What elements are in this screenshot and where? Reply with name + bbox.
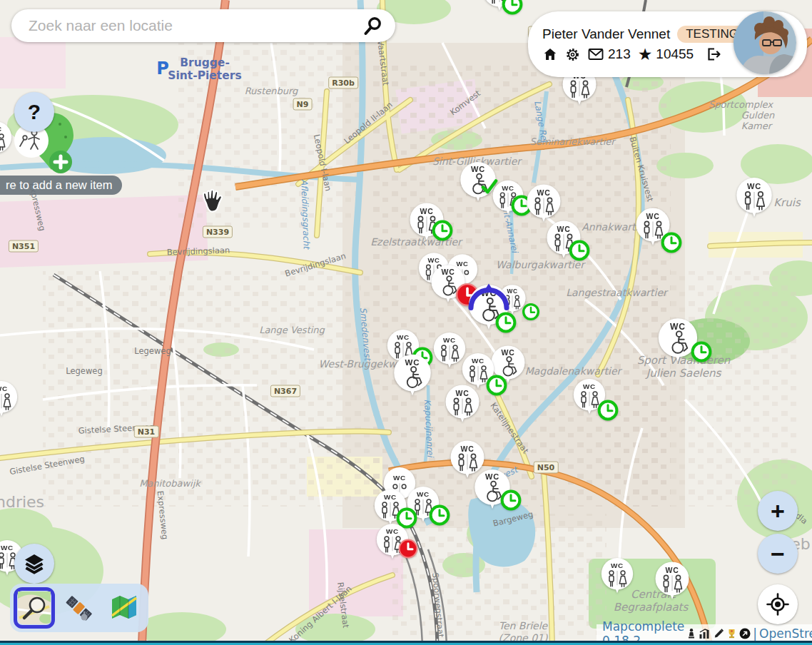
- geolocate-icon: [765, 591, 791, 617]
- edit-pencil-icon[interactable]: [713, 628, 724, 639]
- road-ref-badge: N339: [203, 226, 233, 238]
- opening-hours-badge: [691, 341, 712, 362]
- maplibre-icon[interactable]: [739, 628, 751, 639]
- map-label: Brugge-: [180, 56, 230, 69]
- svg-text:WC: WC: [386, 527, 399, 535]
- background-option-satellite[interactable]: [59, 587, 100, 629]
- svg-text:WC: WC: [0, 385, 8, 392]
- add-item-tooltip: re to add a new item: [0, 176, 122, 195]
- zoom-in-button[interactable]: +: [758, 491, 798, 531]
- map-label: Kapucijnenrei: [422, 399, 435, 457]
- map-label: Seminariekwartier: [529, 136, 614, 147]
- user-name: Pieter Vander Vennet: [542, 26, 670, 42]
- svg-text:WC: WC: [611, 562, 624, 569]
- map-label: Komvest: [448, 88, 482, 117]
- map-label: Magdalenakwartier: [525, 365, 621, 377]
- svg-text:WC: WC: [460, 445, 474, 453]
- statistics-icon[interactable]: [699, 628, 711, 639]
- background-option-osm[interactable]: [14, 587, 55, 629]
- map-label: Sportcomplex: [709, 99, 773, 110]
- home-icon[interactable]: [542, 46, 558, 62]
- svg-text:WC: WC: [417, 490, 430, 498]
- map-label: Langestraatkwartier: [566, 287, 667, 298]
- zoom-out-label: −: [771, 540, 785, 568]
- opening-hours-badge: [502, 0, 523, 15]
- bottom-accent-bar: [0, 641, 812, 645]
- road-ref-badge: N351: [9, 240, 39, 253]
- avatar[interactable]: [734, 11, 796, 74]
- map-label: Katelijnestraat: [488, 401, 531, 456]
- map-label: Lange Rei: [532, 100, 549, 143]
- closed-clock-badge: [397, 538, 419, 559]
- map-label: Begraafplaats: [614, 601, 689, 614]
- logout-icon[interactable]: [705, 46, 722, 63]
- svg-text:WC: WC: [502, 184, 514, 192]
- zoom-out-button[interactable]: −: [758, 534, 798, 574]
- opening-hours-badge: [569, 240, 590, 261]
- road-ref-badge: R30b: [328, 77, 358, 89]
- gear-icon[interactable]: [565, 47, 580, 62]
- svg-text:WC: WC: [393, 474, 406, 482]
- opening-hours-badge: [432, 220, 453, 241]
- map-label: Julien Saelens: [646, 367, 721, 380]
- svg-text:WC: WC: [485, 472, 499, 481]
- map-label: ndries: [0, 493, 44, 511]
- svg-text:WC: WC: [557, 225, 570, 233]
- map-label: Buiten Kruisvest: [627, 136, 655, 203]
- search-icon[interactable]: [362, 15, 384, 36]
- selected-arc: [466, 283, 512, 315]
- opening-hours-badge: [486, 375, 507, 396]
- geolocate-button[interactable]: [758, 584, 798, 624]
- svg-text:WC: WC: [0, 125, 2, 133]
- map-overlay-layer: Brugge-Sint-PietersRustenburgVaartstraat…: [0, 0, 812, 645]
- help-button[interactable]: ?: [14, 92, 54, 132]
- map-label: Leopold II-laan: [342, 100, 395, 146]
- map-label: Kamer: [741, 121, 771, 131]
- map-label: Ten Briele: [499, 620, 547, 631]
- background-layer-chooser: [10, 584, 148, 632]
- opening-hours-badge: [522, 303, 540, 321]
- svg-text:WC: WC: [646, 212, 659, 220]
- map-label: Kruis: [773, 196, 801, 209]
- svg-text:WC: WC: [441, 268, 455, 276]
- svg-text:WC: WC: [583, 382, 596, 390]
- layers-button[interactable]: [14, 544, 54, 584]
- svg-text:WC: WC: [405, 358, 420, 367]
- map-label: Afleidingsgracht: [299, 179, 311, 249]
- map-label: Lange Vesting: [259, 325, 325, 335]
- map-label: Bevrijdingslaan: [167, 245, 230, 257]
- map-label: Smedenvest: [358, 307, 372, 361]
- svg-text:WC: WC: [537, 188, 550, 197]
- contributor-icon[interactable]: [686, 628, 696, 639]
- map-label: Expressweg: [155, 490, 170, 540]
- svg-text:WC: WC: [501, 348, 514, 357]
- opening-hours-badge: [661, 232, 682, 253]
- josm-trophy-icon[interactable]: [726, 628, 737, 639]
- message-count: 213: [608, 46, 631, 62]
- svg-text:WC: WC: [472, 357, 484, 365]
- road-ref-badge: N367: [270, 385, 300, 397]
- osm-link[interactable]: OpenStreetMap: [759, 626, 812, 641]
- map-label: Manitobawijk: [139, 478, 201, 489]
- svg-text:WC: WC: [670, 322, 686, 332]
- attribution-separator: |: [753, 626, 757, 641]
- map-label: Rustenburg: [245, 86, 298, 96]
- map-label: Koning Albert I-laan: [287, 584, 353, 645]
- opening-hours-badge: [495, 312, 517, 333]
- search-input[interactable]: [27, 16, 362, 35]
- svg-text:WC: WC: [455, 389, 469, 397]
- layers-icon: [23, 552, 46, 575]
- opening-hours-badge: [429, 504, 450, 526]
- map-label: P: [156, 59, 169, 78]
- opening-hours-badge: [597, 400, 619, 421]
- map-label: Vaartstraat: [375, 39, 391, 86]
- zoom-in-label: +: [771, 497, 785, 525]
- road-ref-badge: N9: [293, 98, 313, 111]
- svg-text:WC: WC: [1, 544, 14, 552]
- messages-icon[interactable]: [587, 46, 604, 63]
- background-option-map[interactable]: [103, 587, 145, 629]
- map-label: Gulden: [741, 110, 774, 121]
- map-label: Sint-Pieters: [168, 69, 241, 82]
- map-label: Legeweg: [134, 346, 171, 356]
- star-count: 10455: [656, 46, 694, 62]
